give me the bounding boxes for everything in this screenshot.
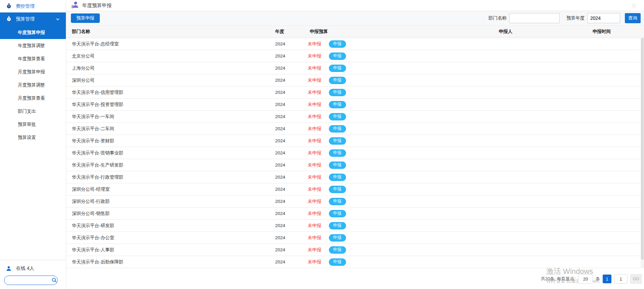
declare-row-button[interactable]: 申报 (329, 113, 346, 120)
money-bag-icon: $ (6, 3, 12, 10)
table-row: 华天演示平台-人事部 2024 未申报 申报 (66, 244, 644, 256)
table-row: 华天演示平台-投资管理部 2024 未申报 申报 (66, 99, 644, 111)
table-row: 华天演示平台-行政管理部 2024 未申报 申报 (66, 171, 644, 183)
col-header-year: 年度 (275, 29, 304, 35)
dept-name-input[interactable] (509, 13, 560, 23)
submenu-item-label: 年度预算调整 (18, 43, 45, 48)
col-header-budget: 申报预算 (304, 29, 452, 35)
cell-budget-status: 未申报 申报 (304, 89, 452, 96)
sidebar-submenu-item[interactable]: 年度预算申报 (0, 26, 66, 39)
status-badge: 未申报 (308, 259, 321, 265)
page-number-button[interactable]: 1 (603, 275, 611, 283)
status-badge: 未申报 (308, 150, 321, 156)
cell-budget-status: 未申报 申报 (304, 77, 452, 84)
table-row: 深圳分公司-行政部 2024 未申报 申报 (66, 195, 644, 208)
online-count: 4人 (27, 265, 34, 271)
submenu-item-label: 预算审批 (18, 122, 36, 127)
magnifier-icon[interactable] (52, 278, 57, 284)
declare-row-button[interactable]: 申报 (329, 65, 346, 72)
table-row: 华天演示平台-生产研发部 2024 未申报 申报 (66, 159, 644, 171)
submenu-item-label: 预算设置 (18, 135, 36, 140)
pagination-total-text: 共20条, 每页显示: (541, 276, 575, 282)
declare-row-button[interactable]: 申报 (329, 149, 346, 157)
declare-budget-button[interactable]: 预算申报 (71, 13, 100, 23)
status-badge: 未申报 (308, 138, 321, 144)
sidebar-submenu: 年度预算申报 年度预算调整 年度预算查看 月度预算申报 月度预算调整 月度预算查… (0, 26, 66, 144)
sidebar-search-input[interactable] (4, 276, 58, 285)
go-button[interactable]: GO (630, 274, 642, 284)
status-badge: 未申报 (308, 41, 321, 47)
status-badge: 未申报 (308, 102, 321, 108)
online-users: 在线 4人 (6, 265, 62, 272)
declare-row-button[interactable]: 申报 (329, 101, 346, 108)
table-row: 华天演示平台-信用管理部 2024 未申报 申报 (66, 86, 644, 99)
declare-row-button[interactable]: 申报 (329, 234, 346, 242)
declare-row-button[interactable]: 申报 (329, 40, 346, 48)
sidebar-submenu-item[interactable]: 预算设置 (0, 131, 66, 144)
table-row: 深圳分公司-销售部 2024 未申报 申报 (66, 208, 644, 220)
sidebar-submenu-item[interactable]: 预算审批 (0, 118, 66, 131)
goto-page-input[interactable] (614, 274, 628, 284)
status-badge: 未申报 (308, 235, 321, 241)
sidebar-group-budget-management[interactable]: $ 预算管理 (0, 12, 66, 26)
cell-budget-status: 未申报 申报 (304, 186, 452, 193)
query-button[interactable]: 查询 (625, 13, 641, 23)
sidebar-item-label: 费控管理 (16, 3, 35, 9)
cell-year: 2024 (275, 162, 304, 168)
declare-row-button[interactable]: 申报 (329, 258, 346, 266)
declare-row-button[interactable]: 申报 (329, 89, 346, 96)
declare-row-button[interactable]: 申报 (329, 198, 346, 205)
cell-dept-name: 华天演示平台-后勤保障部 (66, 259, 275, 265)
cell-year: 2024 (275, 66, 304, 71)
cell-year: 2024 (275, 223, 304, 228)
table-row: 上海分公司 2024 未申报 申报 (66, 62, 644, 74)
cell-budget-status: 未申报 申报 (304, 222, 452, 229)
declare-row-button[interactable]: 申报 (329, 125, 346, 133)
budget-year-input[interactable] (587, 13, 620, 23)
cell-budget-status: 未申报 申报 (304, 52, 452, 60)
declare-row-button[interactable]: 申报 (329, 246, 346, 254)
status-badge: 未申报 (308, 198, 321, 205)
declare-row-button[interactable]: 申报 (329, 137, 346, 145)
status-badge: 未申报 (308, 89, 321, 96)
money-bag-icon: $ (6, 16, 12, 23)
cell-year: 2024 (275, 175, 304, 180)
star-outline-icon[interactable]: ☆ (631, 2, 637, 9)
submenu-item-label: 年度预算查看 (18, 56, 45, 61)
sidebar-submenu-item[interactable]: 部门支出 (0, 105, 66, 118)
declare-row-button[interactable]: 申报 (329, 210, 346, 217)
sidebar-submenu-item[interactable]: 年度预算调整 (0, 39, 66, 52)
cell-dept-name: 华天演示平台-信用管理部 (66, 89, 275, 96)
page-title: 年度预算申报 (82, 2, 112, 9)
declare-row-button[interactable]: 申报 (329, 174, 346, 181)
declare-row-button[interactable]: 申报 (329, 222, 346, 229)
declare-row-button[interactable]: 申报 (329, 52, 346, 60)
sidebar-submenu-item[interactable]: 年度预算查看 (0, 52, 66, 65)
sidebar-submenu-item[interactable]: 月度预算调整 (0, 78, 66, 92)
col-header-declarant: 申报人 (452, 29, 559, 35)
submenu-item-label: 部门支出 (18, 109, 36, 114)
sidebar-submenu-item[interactable]: 月度预算查看 (0, 92, 66, 105)
declare-row-button[interactable]: 申报 (329, 186, 346, 193)
cell-year: 2024 (275, 53, 304, 59)
cell-dept-name: 华天演示平台-研发部 (66, 223, 275, 229)
cell-budget-status: 未申报 申报 (304, 40, 452, 48)
cell-budget-status: 未申报 申报 (304, 210, 452, 217)
vertical-scrollbar[interactable] (641, 38, 644, 268)
submenu-item-label: 月度预算查看 (18, 96, 45, 101)
page-size-input[interactable] (578, 274, 593, 284)
declare-row-button[interactable]: 申报 (329, 77, 346, 84)
main-content: 年度预算申报 ☆ 预算申报 部门名称 预算年度 查询 部门名称 年度 申报预算 … (66, 0, 644, 289)
cell-budget-status: 未申报 申报 (304, 234, 452, 242)
table-row: 华天演示平台-二车间 2024 未申报 申报 (66, 123, 644, 135)
cell-year: 2024 (275, 235, 304, 240)
sidebar-submenu-item[interactable]: 月度预算申报 (0, 65, 66, 78)
cell-dept-name: 深圳分公司-行政部 (66, 198, 275, 205)
sidebar-item-expense-control[interactable]: $ 费控管理 (0, 0, 66, 12)
cell-year: 2024 (275, 199, 304, 204)
scrollbar-thumb[interactable] (641, 38, 644, 260)
declare-row-button[interactable]: 申报 (329, 161, 346, 169)
svg-text:$: $ (8, 18, 10, 20)
status-badge: 未申报 (308, 53, 321, 59)
user-report-icon (71, 1, 79, 10)
